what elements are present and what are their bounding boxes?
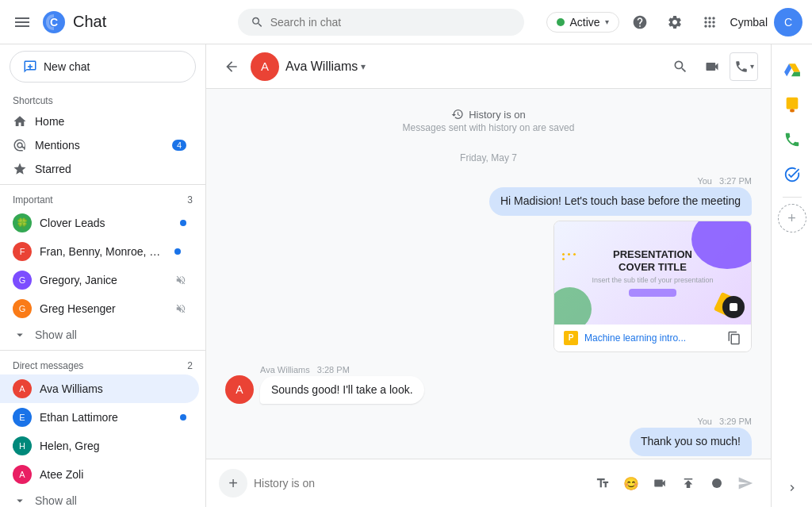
phone-app-button[interactable] <box>776 124 808 156</box>
time-sent-2: 3:29 PM <box>719 417 752 426</box>
unread-dot-ethan <box>180 414 186 421</box>
msg-sent-1: You 3:27 PM Hi Madision! Let's touch bas… <box>225 176 752 352</box>
stop-playback-button[interactable] <box>722 296 745 318</box>
slides-icon: P <box>564 331 578 345</box>
sidebar: New chat Shortcuts Home Mentions 4 Starr… <box>0 44 206 507</box>
received-name-time: Ava Williams 3:28 PM <box>260 365 424 374</box>
format-icon <box>596 476 610 490</box>
format-text-button[interactable] <box>590 471 615 496</box>
avatar[interactable]: C <box>774 8 802 36</box>
sidebar-item-ava[interactable]: A Ava Williams <box>0 374 199 403</box>
sender-you-2: You <box>697 417 712 426</box>
main-chat: A Ava Williams ▾ ▾ History is on Message… <box>206 44 771 507</box>
search-chat-button[interactable] <box>666 52 695 81</box>
copy-icon[interactable] <box>727 331 741 345</box>
mentions-icon <box>13 138 27 152</box>
bubble-received-1: Sounds good! I'll take a look. <box>260 376 424 405</box>
sidebar-item-atee[interactable]: A Atee Zoli <box>0 460 199 489</box>
search-input[interactable] <box>270 16 512 29</box>
gregory-avatar: G <box>13 271 32 290</box>
apps-button[interactable] <box>695 8 724 36</box>
ethan-label: Ethan Lattimore <box>40 411 172 424</box>
search-bar <box>238 9 524 36</box>
messages-list: History is on Messages sent with history… <box>206 89 771 459</box>
sidebar-item-clover-leads[interactable]: 🍀 Clover Leads <box>0 209 199 237</box>
ava-avatar: A <box>13 379 32 398</box>
received-content: Ava Williams 3:28 PM Sounds good! I'll t… <box>260 365 424 405</box>
contact-name[interactable]: Ava Williams <box>285 60 358 74</box>
back-button[interactable] <box>219 54 244 79</box>
tasks-app-button[interactable] <box>776 159 808 190</box>
mentions-label: Mentions <box>35 139 164 152</box>
sender-you-1: You <box>697 176 712 186</box>
history-notice: History is on Messages sent with history… <box>225 108 752 133</box>
presentation-card: PRESENTATIONCOVER TITLE Insert the sub t… <box>553 221 752 352</box>
show-all-important-button[interactable]: Show all <box>0 323 199 347</box>
contact-name-chevron: ▾ <box>361 61 366 72</box>
help-button[interactable] <box>626 8 654 36</box>
expand-right-sidebar-button[interactable] <box>779 475 805 501</box>
keep-app-button[interactable] <box>776 89 808 121</box>
mute-icon <box>175 275 186 286</box>
hamburger-button[interactable] <box>10 10 35 35</box>
ava-avatar-msg: A <box>225 375 254 404</box>
drive-app-button[interactable] <box>776 54 808 86</box>
settings-button[interactable] <box>661 8 689 36</box>
sidebar-item-gregory[interactable]: G Gregory, Janice <box>0 266 199 294</box>
video-attach-button[interactable] <box>647 471 672 496</box>
active-status-button[interactable]: Active ▾ <box>546 12 619 33</box>
input-actions: 😊 <box>590 471 758 496</box>
sidebar-item-mentions[interactable]: Mentions 4 <box>0 133 199 157</box>
sidebar-item-home[interactable]: Home <box>0 109 199 133</box>
sidebar-item-helen[interactable]: H Helen, Greg <box>0 432 199 460</box>
add-app-button[interactable]: + <box>778 204 806 232</box>
drive-icon <box>783 61 801 79</box>
phone-chevron: ▾ <box>750 62 754 71</box>
sidebar-item-greg-hesenger[interactable]: G Greg Hesenger <box>0 294 199 323</box>
msg-meta-sent-2: You 3:29 PM <box>697 417 752 426</box>
svg-text:C: C <box>50 16 58 29</box>
new-chat-label: New chat <box>44 60 90 73</box>
input-bar: + 😊 <box>206 459 771 507</box>
sidebar-item-starred[interactable]: Starred <box>0 157 199 181</box>
emoji-button[interactable]: 😊 <box>619 471 644 496</box>
show-all-dm-button[interactable]: Show all <box>0 489 199 507</box>
upload-button[interactable] <box>676 471 701 496</box>
important-count: 3 <box>187 194 193 205</box>
video-button[interactable] <box>698 52 726 81</box>
star-icon <box>13 162 27 176</box>
show-all-dm-label: Show all <box>35 494 77 507</box>
atee-label: Atee Zoli <box>40 468 186 481</box>
pres-footer: P Machine learning intro... <box>554 325 751 351</box>
record-icon <box>710 476 724 490</box>
time-sent-1: 3:27 PM <box>719 176 752 186</box>
pres-filename: Machine learning intro... <box>584 332 721 344</box>
video-icon <box>704 59 720 75</box>
sidebar-item-fran-group[interactable]: F Fran, Benny, Monroe, Vin... <box>0 237 199 266</box>
unread-dot-2 <box>174 248 181 255</box>
record-button[interactable] <box>704 471 730 496</box>
received-time: 3:28 PM <box>317 365 350 374</box>
sidebar-item-ethan[interactable]: E Ethan Lattimore <box>0 403 199 432</box>
new-chat-icon <box>23 60 37 74</box>
back-icon <box>224 59 239 75</box>
chevron-right-icon <box>786 482 799 494</box>
stop-icon <box>730 303 737 311</box>
expand-icon-dm <box>13 494 27 507</box>
add-attachment-button[interactable]: + <box>219 469 247 497</box>
received-sender: Ava Williams <box>260 365 310 374</box>
svg-point-2 <box>712 478 722 488</box>
active-label: Active <box>569 16 599 29</box>
clover-leads-avatar: 🍀 <box>13 213 32 232</box>
right-sidebar-divider <box>783 197 802 198</box>
phone-button[interactable]: ▾ <box>730 52 758 81</box>
expand-icon <box>13 328 27 342</box>
history-icon <box>451 108 464 121</box>
new-chat-button[interactable]: New chat <box>10 51 196 83</box>
important-header: Important 3 <box>0 188 205 209</box>
message-input[interactable] <box>254 477 584 490</box>
send-button[interactable] <box>733 471 758 496</box>
msg-sent-2: You 3:29 PM Thank you so much! <box>225 417 752 456</box>
gregory-label: Gregory, Janice <box>40 274 167 286</box>
search-chat-icon <box>672 59 688 75</box>
